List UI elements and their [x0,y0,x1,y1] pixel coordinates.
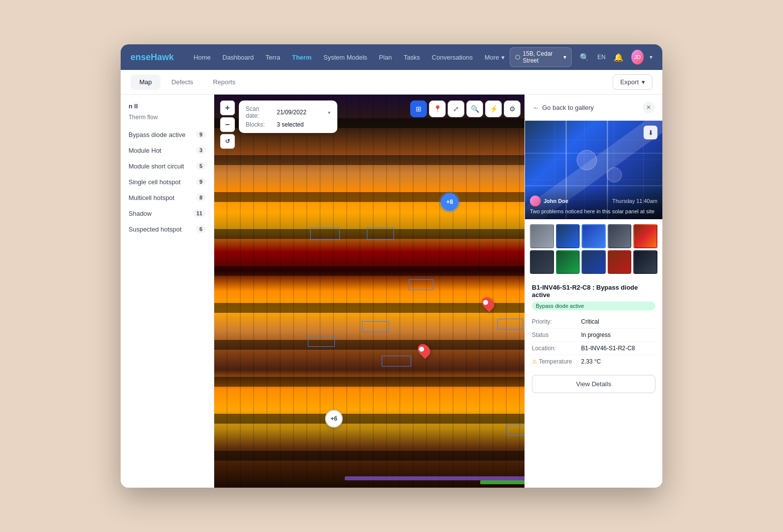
scan-date-value: 21/09/2022 [277,109,306,116]
nav-item-tasks[interactable]: Tasks [399,51,425,64]
nav-item-system-models[interactable]: System Models [319,51,372,64]
filter-button[interactable]: ⚡ [485,100,502,117]
zoom-out-button[interactable]: − [220,117,235,132]
nav-item-conversations[interactable]: Conversations [427,51,478,64]
defect-item-module-hot[interactable]: Module Hot 3 [121,142,214,158]
nav-item-plan[interactable]: Plan [374,51,397,64]
thumbnail-8[interactable] [582,250,606,274]
panel-marker[interactable] [367,228,394,240]
defect-tag: Bypass diode active [532,301,655,310]
search-tool-button[interactable]: 🔍 [466,100,483,117]
reset-rotation-button[interactable]: ↺ [220,134,235,149]
svg-point-6 [577,150,597,170]
panel-marker[interactable] [409,279,433,290]
thumbnail-1[interactable] [530,224,554,248]
thumbnail-3[interactable] [582,224,606,248]
user-avatar[interactable]: JD [631,50,644,65]
panel-marker[interactable] [310,228,340,240]
location-label: Location: [532,345,581,352]
right-panel: ← Go back to gallery ✕ [524,95,662,488]
nav-right: ⬡ 15B, Cedar Street ▾ 🔍 EN 🔔 JD ▾ [510,47,652,67]
defect-count: 3 [196,146,206,154]
site-selector[interactable]: ⬡ 15B, Cedar Street ▾ [510,47,572,67]
defect-title: B1-INV46-S1-R2-C8 : Bypass diode active [525,279,662,301]
defect-count: 9 [196,178,206,186]
thumbnail-10[interactable] [633,250,657,274]
thumbnail-4[interactable] [608,224,632,248]
map-toolbar: ⊞ 📍 ⤢ 🔍 ⚡ ⚙ [410,100,521,117]
defect-label: Module short circuit [129,163,184,170]
nav-item-home[interactable]: Home [189,51,216,64]
thumbnail-7[interactable] [556,250,580,274]
pin-marker-2[interactable] [419,343,429,357]
defect-item-suspected[interactable]: Suspected hotspot 6 [121,221,214,237]
defect-item-shadow[interactable]: Shadow 11 [121,205,214,221]
user-menu-chevron-icon[interactable]: ▾ [650,54,652,61]
panel-header: ← Go back to gallery ✕ [525,95,662,121]
thumbnail-9[interactable] [608,250,632,274]
pin-marker-1[interactable] [483,297,493,310]
defect-label: Multicell hotspot [129,194,174,201]
status-label: Status [532,332,581,338]
scan-chevron-icon[interactable]: ▾ [328,110,330,115]
language-selector[interactable]: EN [597,54,606,61]
move-tool-button[interactable]: ⤢ [448,100,464,117]
panel-main-image[interactable]: ⬇ John Doe Thursday 11:40am Two problems… [525,121,662,219]
zoom-in-button[interactable]: + [220,100,235,115]
top-navigation: enseHawk Home Dashboard Terra Therm Syst… [121,44,662,70]
defect-count: 11 [193,209,206,217]
download-image-button[interactable]: ⬇ [644,126,657,139]
thumbnail-2[interactable] [556,224,580,248]
defect-item-multicell[interactable]: Multicell hotspot 8 [121,190,214,205]
status-value: In progress [581,332,611,338]
settings-button[interactable]: ⚙ [504,100,521,117]
defect-item-single-cell[interactable]: Single cell hotspot 9 [121,174,214,190]
thumbnail-5[interactable] [633,224,657,248]
panel-marker[interactable] [308,336,335,347]
details-table: Priority: Critical Status In progress Lo… [525,315,662,368]
panel-marker[interactable] [497,319,523,330]
thumbnail-6[interactable] [530,250,554,274]
view-details-button[interactable]: View Details [532,375,655,393]
main-area: n II Therm flow Bypass diode active 9 Mo… [121,95,662,488]
search-icon[interactable]: 🔍 [578,51,591,64]
blocks-value: 3 selected [277,121,304,128]
image-user-name: John Doe [544,198,568,204]
tab-defects[interactable]: Defects [163,74,202,90]
tab-reports[interactable]: Reports [204,74,244,90]
site-chevron-icon: ▾ [563,54,566,61]
defect-label: Shadow [129,210,152,217]
map-area[interactable]: Scan date: 21/09/2022 ▾ Blocks: 3 select… [214,95,524,488]
highlight-strip-green [480,480,524,484]
panel-marker[interactable] [507,425,524,435]
panel-marker[interactable] [362,321,389,332]
map-background: Scan date: 21/09/2022 ▾ Blocks: 3 select… [214,95,524,488]
temperature-label: ⚠ Temperature [532,358,581,365]
detail-row-status: Status In progress [532,329,655,342]
close-panel-button[interactable]: ✕ [643,101,654,113]
nav-item-more[interactable]: More ▾ [480,51,510,64]
priority-label: Priority: [532,318,581,325]
sub-navigation: Map Defects Reports Export ▾ [121,70,662,95]
cluster-marker-6-1[interactable]: +6 [325,410,343,428]
back-to-gallery-button[interactable]: ← Go back to gallery [533,104,594,111]
back-arrow-icon: ← [533,104,539,111]
nav-item-dashboard[interactable]: Dashboard [218,51,259,64]
nav-item-terra[interactable]: Terra [261,51,285,64]
grid-view-button[interactable]: ⊞ [410,100,427,117]
nav-item-therm[interactable]: Therm [287,51,317,64]
nav-links: Home Dashboard Terra Therm System Models… [189,51,510,64]
export-chevron-icon: ▾ [642,78,645,86]
tab-map[interactable]: Map [130,74,161,90]
detail-row-location: Location: B1-INV46-S1-R2-C8 [532,342,655,355]
defect-item-bypass-diode[interactable]: Bypass diode active 9 [121,127,214,142]
panel-marker[interactable] [382,356,411,366]
export-button[interactable]: Export ▾ [613,74,652,90]
defect-item-module-short[interactable]: Module short circuit 5 [121,158,214,174]
sidebar-subheader: Therm flow [121,114,214,127]
location-button[interactable]: 📍 [429,100,446,117]
notification-icon[interactable]: 🔔 [612,51,625,64]
image-timestamp: Thursday 11:40am [612,198,657,204]
sidebar-header: n II [121,102,214,114]
cluster-marker-8[interactable]: +8 [441,193,458,211]
